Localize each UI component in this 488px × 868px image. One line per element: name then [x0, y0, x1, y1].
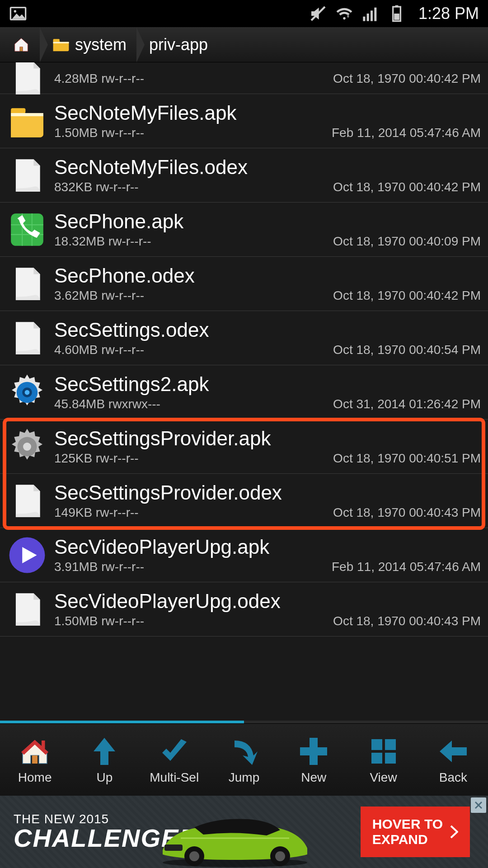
up-button[interactable]: Up: [70, 724, 139, 796]
file-meta: 3.91MB rw-r--r--: [54, 560, 332, 574]
multi-sel-button-label: Multi-Sel: [150, 770, 199, 785]
file-meta: 4.28MB rw-r--r--: [54, 71, 333, 86]
file-meta: 45.84MB rwxrwx---: [54, 397, 333, 411]
file-name: SecVideoPlayerUpg.apk: [54, 536, 481, 559]
breadcrumb-home[interactable]: [0, 27, 40, 62]
car-image: [154, 809, 316, 868]
file-date: Oct 31, 2014 01:26:42 PM: [333, 397, 481, 411]
file-meta: 4.60MB rw-r--r--: [54, 343, 333, 357]
arrow-up-icon: [88, 735, 121, 768]
view-button[interactable]: View: [348, 724, 418, 796]
file-row[interactable]: SecSettings2.apk45.84MB rwxrwx---Oct 31,…: [0, 365, 488, 420]
mute-icon: [309, 5, 327, 23]
file-name: SecSettings2.apk: [54, 373, 481, 396]
status-clock: 1:28 PM: [418, 4, 479, 23]
file-date: Feb 11, 2014 05:47:46 AM: [332, 126, 481, 140]
file-row[interactable]: SecVideoPlayerUpg.odex1.50MB rw-r--r--Oc…: [0, 582, 488, 637]
svg-rect-8: [395, 5, 399, 7]
ad-close-button[interactable]: [471, 797, 486, 813]
svg-rect-29: [371, 739, 382, 750]
file-icon: [6, 155, 48, 196]
file-list[interactable]: 4.28MB rw-r--r--Oct 18, 1970 00:40:42 PM…: [0, 62, 488, 723]
grid-icon: [367, 735, 400, 768]
ad-cta-button[interactable]: HOVER TO EXPAND: [361, 807, 470, 857]
file-date: Oct 18, 1970 00:40:09 PM: [333, 234, 481, 249]
svg-rect-12: [53, 42, 69, 43]
file-row[interactable]: SecSettingsProvider.apk125KB rw-r--r--Oc…: [0, 420, 488, 474]
breadcrumb-priv-app[interactable]: priv-app: [136, 27, 218, 62]
svg-point-1: [14, 10, 16, 12]
svg-rect-4: [367, 14, 369, 21]
file-date: Oct 18, 1970 00:40:42 PM: [333, 71, 481, 86]
gear-gray-icon: [6, 426, 48, 467]
file-meta: 125KB rw-r--r--: [54, 451, 333, 466]
file-meta: 18.32MB rw-r--r--: [54, 234, 333, 249]
svg-rect-14: [11, 113, 43, 116]
wifi-icon: [335, 5, 353, 23]
phone-icon: [6, 209, 48, 250]
chevron-right-icon: [450, 825, 458, 839]
file-name: SecPhone.apk: [54, 210, 481, 233]
ad-banner[interactable]: THE NEW 2015 CHALLENGER HOVER TO EXPAND: [0, 796, 488, 868]
new-button-label: New: [301, 770, 326, 785]
file-row[interactable]: 4.28MB rw-r--r--Oct 18, 1970 00:40:42 PM: [0, 62, 488, 94]
up-button-label: Up: [97, 770, 113, 785]
file-date: Oct 18, 1970 00:40:43 PM: [333, 505, 481, 520]
file-meta: 832KB rw-r--r--: [54, 180, 333, 194]
svg-point-24: [23, 443, 31, 451]
svg-rect-28: [42, 741, 45, 749]
file-name: SecSettings.odex: [54, 319, 481, 342]
file-name: SecNoteMyFiles.apk: [54, 102, 481, 125]
svg-rect-30: [385, 739, 396, 750]
scroll-indicator: [0, 721, 488, 723]
multi-sel-button[interactable]: Multi-Sel: [140, 724, 209, 796]
svg-rect-5: [371, 10, 373, 21]
gear-blue-icon: [6, 372, 48, 413]
file-name: SecSettingsProvider.odex: [54, 481, 481, 505]
svg-rect-9: [394, 14, 399, 20]
jump-button[interactable]: Jump: [209, 724, 279, 796]
svg-point-36: [189, 851, 199, 861]
file-icon: [6, 317, 48, 359]
home-icon: [13, 36, 30, 53]
battery-icon: [388, 5, 406, 23]
file-icon: [6, 480, 48, 522]
file-meta: 149KB rw-r--r--: [54, 505, 333, 520]
breadcrumb: system priv-app: [0, 27, 488, 62]
back-button-label: Back: [439, 770, 467, 785]
home-button[interactable]: Home: [0, 724, 70, 796]
file-row[interactable]: SecSettingsProvider.odex149KB rw-r--r--O…: [0, 474, 488, 528]
file-row[interactable]: SecPhone.apk18.32MB rw-r--r--Oct 18, 197…: [0, 203, 488, 257]
home-button-label: Home: [18, 770, 52, 785]
svg-rect-13: [11, 108, 25, 113]
new-button[interactable]: New: [279, 724, 348, 796]
signal-icon: [361, 5, 380, 23]
file-meta: 1.50MB rw-r--r--: [54, 126, 332, 140]
file-row[interactable]: SecSettings.odex4.60MB rw-r--r--Oct 18, …: [0, 311, 488, 365]
file-row[interactable]: SecNoteMyFiles.odex832KB rw-r--r--Oct 18…: [0, 148, 488, 203]
status-bar: 1:28 PM: [0, 0, 488, 27]
file-name: SecNoteMyFiles.odex: [54, 156, 481, 179]
file-name: SecSettingsProvider.apk: [54, 427, 481, 450]
breadcrumb-priv-app-label: priv-app: [149, 35, 208, 54]
picture-icon: [9, 5, 27, 23]
file-icon: [6, 589, 48, 630]
breadcrumb-system[interactable]: system: [40, 27, 136, 62]
jump-arrow-icon: [228, 735, 260, 768]
file-row[interactable]: SecPhone.odex3.62MB rw-r--r--Oct 18, 197…: [0, 257, 488, 311]
breadcrumb-system-label: system: [75, 35, 127, 54]
folder-icon: [6, 100, 48, 142]
arrow-left-icon: [437, 735, 469, 768]
svg-point-22: [25, 390, 30, 395]
svg-rect-34: [164, 844, 183, 851]
view-button-label: View: [370, 770, 397, 785]
file-date: Oct 18, 1970 00:40:54 PM: [333, 343, 481, 357]
svg-rect-31: [371, 753, 382, 764]
svg-rect-10: [20, 47, 22, 51]
file-row[interactable]: SecNoteMyFiles.apk1.50MB rw-r--r--Feb 11…: [0, 94, 488, 148]
svg-rect-11: [53, 39, 60, 41]
folder-icon: [52, 38, 70, 52]
jump-button-label: Jump: [229, 770, 259, 785]
file-row[interactable]: SecVideoPlayerUpg.apk3.91MB rw-r--r--Feb…: [0, 528, 488, 582]
back-button[interactable]: Back: [418, 724, 488, 796]
